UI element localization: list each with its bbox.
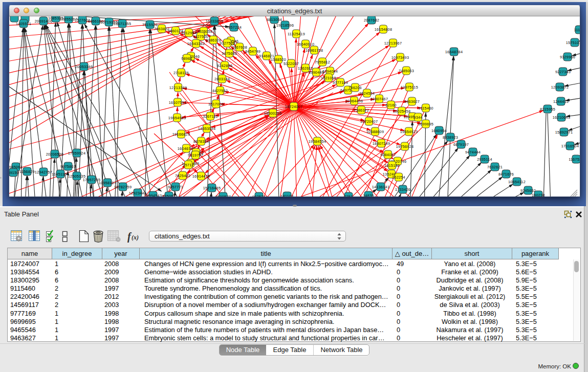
svg-text:16648784: 16648784 [445, 50, 463, 54]
svg-text:5322037: 5322037 [284, 61, 299, 66]
svg-text:8813054: 8813054 [267, 17, 282, 22]
svg-text:18724007: 18724007 [285, 104, 302, 109]
svg-text:535061: 535061 [162, 194, 176, 198]
svg-text:8215955: 8215955 [540, 107, 555, 112]
svg-text:3624554: 3624554 [359, 91, 375, 96]
svg-text:9245652: 9245652 [520, 188, 536, 193]
svg-text:16033809: 16033809 [206, 19, 223, 24]
svg-text:16543362: 16543362 [187, 41, 205, 46]
svg-text:1167533: 1167533 [569, 157, 580, 162]
svg-text:1617006: 1617006 [208, 102, 224, 106]
svg-text:9227343: 9227343 [555, 70, 571, 74]
svg-text:16961758: 16961758 [306, 48, 323, 53]
svg-text:8699577: 8699577 [215, 194, 231, 198]
svg-text:19384554: 19384554 [309, 139, 326, 144]
svg-text:7955812: 7955812 [315, 60, 330, 64]
svg-text:39159: 39159 [9, 170, 19, 175]
svg-text:9329966: 9329966 [560, 55, 575, 59]
svg-text:12093872: 12093872 [551, 85, 569, 90]
svg-text:17016504: 17016504 [561, 144, 579, 148]
svg-text:9975867: 9975867 [60, 164, 76, 169]
svg-text:160238: 160238 [532, 193, 545, 198]
svg-text:14835: 14835 [363, 193, 374, 198]
svg-text:7625402: 7625402 [175, 173, 190, 178]
svg-text:2718176: 2718176 [173, 71, 189, 75]
svg-text:9344: 9344 [413, 115, 422, 120]
svg-text:16640910: 16640910 [297, 42, 314, 47]
svg-text:10025458: 10025458 [393, 109, 410, 114]
svg-text:1244415: 1244415 [553, 99, 569, 104]
svg-text:3267110: 3267110 [203, 114, 218, 119]
svg-text:3475685: 3475685 [222, 51, 237, 56]
svg-text:181103: 181103 [280, 194, 293, 198]
svg-text:16782759: 16782759 [114, 185, 132, 189]
svg-text:14136141: 14136141 [372, 185, 389, 189]
svg-text:17957255: 17957255 [83, 178, 100, 182]
svg-text:1615132: 1615132 [384, 163, 400, 168]
svg-text:9474444: 9474444 [465, 150, 481, 155]
svg-text:16107553: 16107553 [169, 100, 186, 105]
svg-text:15892971: 15892971 [555, 130, 573, 135]
svg-text:19654923: 19654923 [400, 129, 418, 134]
svg-text:252254: 252254 [392, 175, 405, 180]
svg-text:19654983: 19654983 [168, 116, 186, 120]
svg-text:1405571: 1405571 [16, 21, 31, 26]
svg-text:12942757: 12942757 [35, 170, 52, 174]
svg-text:10994543: 10994543 [144, 193, 162, 198]
svg-text:2803144: 2803144 [214, 77, 230, 81]
svg-text:8454749: 8454749 [245, 49, 260, 54]
svg-text:11451194: 11451194 [52, 172, 69, 177]
svg-text:6794044: 6794044 [322, 69, 338, 74]
svg-text:1621065: 1621065 [321, 76, 336, 80]
svg-text:9857771: 9857771 [168, 185, 183, 189]
svg-text:8990448: 8990448 [309, 70, 324, 75]
svg-text:8938923: 8938923 [443, 135, 458, 140]
svg-text:6879197: 6879197 [453, 142, 469, 147]
svg-text:(x): (x) [132, 234, 139, 241]
svg-text:1733426: 1733426 [395, 187, 410, 192]
svg-text:9084067: 9084067 [380, 152, 396, 157]
svg-text:2935114: 2935114 [477, 157, 492, 162]
svg-text:18300295: 18300295 [264, 111, 281, 116]
svg-text:19756928: 19756928 [396, 144, 413, 149]
svg-text:7485063: 7485063 [399, 69, 414, 73]
svg-text:10807467: 10807467 [371, 97, 388, 101]
svg-text:17359924: 17359924 [68, 151, 85, 156]
svg-text:16914479: 16914479 [192, 174, 210, 179]
svg-text:8186328: 8186328 [206, 38, 221, 42]
svg-text:14353594: 14353594 [198, 126, 215, 131]
svg-text:16210643: 16210643 [553, 115, 570, 120]
svg-text:963521: 963521 [252, 194, 266, 198]
svg-text:7857224: 7857224 [226, 25, 242, 30]
svg-text:8878334: 8878334 [193, 139, 209, 144]
svg-text:20364436: 20364436 [345, 99, 363, 103]
svg-text:11325419: 11325419 [288, 32, 305, 36]
svg-text:2087682: 2087682 [364, 18, 379, 23]
svg-text:9699695: 9699695 [418, 122, 433, 126]
svg-text:25717: 25717 [183, 163, 194, 167]
svg-text:7386372: 7386372 [354, 108, 369, 113]
svg-text:16671355: 16671355 [114, 21, 131, 26]
svg-text:9619797: 9619797 [188, 153, 203, 158]
svg-text:10973493: 10973493 [391, 55, 409, 60]
svg-text:9463627: 9463627 [404, 99, 420, 104]
svg-text:9115460: 9115460 [418, 106, 433, 111]
svg-text:62160: 62160 [385, 103, 397, 107]
svg-text:12213967: 12213967 [384, 41, 402, 46]
svg-text:15720407: 15720407 [360, 119, 378, 124]
svg-text:7632621: 7632621 [487, 165, 503, 169]
svg-text:98961: 98961 [181, 56, 192, 61]
svg-text:12213389: 12213389 [169, 85, 187, 90]
svg-text:10688609: 10688609 [366, 129, 384, 134]
svg-text:19218596: 19218596 [276, 23, 294, 28]
svg-text:11124: 11124 [574, 28, 580, 32]
svg-text:1640954: 1640954 [431, 128, 447, 133]
svg-text:10654112: 10654112 [508, 180, 526, 184]
svg-text:19166829: 19166829 [172, 132, 190, 137]
svg-text:9242848: 9242848 [217, 63, 232, 68]
svg-text:7663822: 7663822 [154, 27, 169, 31]
svg-text:20053346: 20053346 [75, 64, 93, 69]
svg-text:12975115: 12975115 [401, 85, 418, 90]
svg-text:20206536: 20206536 [46, 152, 63, 157]
svg-text:7751: 7751 [344, 194, 353, 198]
